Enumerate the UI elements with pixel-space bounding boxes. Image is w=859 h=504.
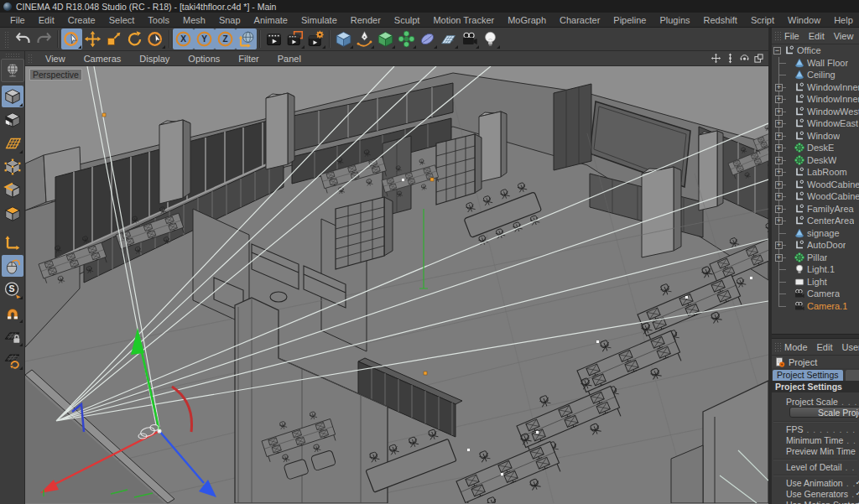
field-use-motion-system[interactable]: Use Motion System. . . . . . . . . . . .… <box>772 499 859 504</box>
expand-toggle[interactable]: + <box>775 193 783 200</box>
menu-window[interactable]: Window <box>781 15 827 25</box>
tree-item-light-1[interactable]: Light.1 <box>772 263 859 276</box>
viewport-maximize-button[interactable] <box>752 53 765 65</box>
field-fps[interactable]: FPS. . . . . . . . . . . . . . . . . . . <box>772 423 859 434</box>
world-coordinates-button[interactable] <box>1 59 24 82</box>
expand-toggle[interactable]: + <box>775 217 783 225</box>
scale-project-button[interactable]: Scale Project <box>789 407 859 418</box>
add-deformer-button[interactable] <box>417 29 438 49</box>
object-manager-menu-view[interactable]: View <box>834 31 854 41</box>
menu-motion-tracker[interactable]: Motion Tracker <box>426 15 501 25</box>
viewport-menu-panel[interactable]: Panel <box>268 54 310 64</box>
last-used-tool-button[interactable] <box>145 29 166 49</box>
menu-simulate[interactable]: Simulate <box>294 15 344 25</box>
tree-item-deske[interactable]: +DeskE <box>772 142 859 154</box>
field-use-generators[interactable]: Use Generators. . . . . . . . . . . . . … <box>772 488 859 499</box>
scale-button[interactable] <box>103 29 124 49</box>
workplane-mode-button[interactable] <box>2 349 23 371</box>
field-checkbox[interactable]: ✓ <box>855 489 859 497</box>
tree-item-camera[interactable]: Camera <box>772 288 859 300</box>
menu-render[interactable]: Render <box>344 15 388 25</box>
render-picture-viewer-button[interactable] <box>284 29 305 49</box>
tree-item-familyarea[interactable]: +FamilyArea <box>772 203 859 216</box>
tree-item-office[interactable]: −Office <box>772 44 859 57</box>
object-manager-menu-file[interactable]: File <box>784 31 799 41</box>
viewport-menu-display[interactable]: Display <box>130 54 179 64</box>
expand-toggle[interactable]: + <box>775 108 783 116</box>
field-project-scale[interactable]: Project Scale. . . . . . . . . . . . . .… <box>772 396 859 407</box>
tree-item-windowinnerwest[interactable]: +WindowInnerWest <box>772 81 859 94</box>
field-preview-min-time[interactable]: Preview Min Time. . . . . . . . . . . . … <box>772 445 859 456</box>
menu-select[interactable]: Select <box>102 15 142 25</box>
viewport-grip[interactable] <box>28 54 34 64</box>
undo-button[interactable] <box>13 29 34 49</box>
redo-button[interactable] <box>34 29 55 49</box>
add-floor-button[interactable] <box>438 29 459 49</box>
tree-item-labroom[interactable]: +LabRoom <box>772 166 859 179</box>
menu-redshift[interactable]: Redshift <box>697 15 744 25</box>
tree-item-windowwest[interactable]: +WindowWest <box>772 106 859 118</box>
tree-item-woodcabinete[interactable]: +WoodCabinetE <box>772 190 859 203</box>
expand-toggle[interactable]: + <box>775 254 783 262</box>
menu-animate[interactable]: Animate <box>247 15 294 25</box>
expand-toggle[interactable]: + <box>775 144 783 152</box>
menu-tools[interactable]: Tools <box>141 15 176 25</box>
tree-item-camera-1[interactable]: Camera.1 <box>772 300 859 313</box>
lock-axis-y-button[interactable] <box>194 29 215 49</box>
viewport-zoom-button[interactable] <box>724 53 737 65</box>
mode-edges-button[interactable] <box>2 179 23 201</box>
tree-item-signage[interactable]: signage <box>772 227 859 240</box>
viewport-menu-filter[interactable]: Filter <box>229 54 268 64</box>
expand-toggle[interactable]: + <box>775 205 783 213</box>
menu-create[interactable]: Create <box>61 15 102 25</box>
mode-texture-button[interactable] <box>2 109 23 131</box>
move-button[interactable] <box>82 29 103 49</box>
add-array-button[interactable] <box>396 29 417 49</box>
tree-item-pillar[interactable]: +Pillar <box>772 252 859 264</box>
menu-plugins[interactable]: Plugins <box>653 15 696 25</box>
expand-toggle[interactable]: + <box>775 96 783 103</box>
tab-project-settings[interactable]: Project Settings <box>773 370 843 381</box>
tree-item-autodoor[interactable]: +AutoDoor <box>772 239 859 252</box>
tree-item-light[interactable]: Light <box>772 276 859 288</box>
tab-next-partial[interactable] <box>846 370 859 381</box>
tree-item-centerarea[interactable]: +CenterArea <box>772 215 859 227</box>
field-level-of-detail[interactable]: Level of Detail. . . . . . . . . . . . .… <box>772 461 859 472</box>
expand-toggle[interactable]: + <box>775 120 783 127</box>
collapse-toggle[interactable]: − <box>773 47 781 55</box>
add-spline-button[interactable] <box>354 29 375 49</box>
expand-toggle[interactable]: + <box>775 132 783 140</box>
viewport-tweak-button[interactable] <box>2 255 23 277</box>
viewport-menu-cameras[interactable]: Cameras <box>75 54 131 64</box>
tree-item-windowinnereast[interactable]: +WindowInnerEast <box>772 93 859 106</box>
add-light-button[interactable] <box>480 29 501 49</box>
mode-object-axis-button[interactable] <box>2 231 23 253</box>
mode-polygons-button[interactable] <box>2 203 23 225</box>
viewport[interactable]: ViewCamerasDisplayOptionsFilterPanel Per… <box>25 51 768 504</box>
mode-model-button[interactable] <box>2 86 23 107</box>
lock-axis-x-button[interactable] <box>173 29 194 49</box>
viewport-menu-options[interactable]: Options <box>179 54 229 64</box>
object-manager-menu-edit[interactable]: Edit <box>809 31 825 41</box>
tree-item-deskw[interactable]: +DeskW <box>772 154 859 167</box>
field-use-animation[interactable]: Use Animation. . . . . . . . . . . . . .… <box>772 477 859 488</box>
menu-character[interactable]: Character <box>553 15 607 25</box>
render-settings-button[interactable] <box>305 29 326 49</box>
viewport-pan-button[interactable] <box>710 53 722 65</box>
menu-sculpt[interactable]: Sculpt <box>388 15 427 25</box>
add-subdivision-surface-button[interactable] <box>375 29 396 49</box>
viewport-menu-view[interactable]: View <box>36 54 75 64</box>
render-view-button[interactable] <box>263 29 284 49</box>
tree-item-wall-floor[interactable]: Wall Floor <box>772 57 859 70</box>
expand-toggle[interactable]: + <box>775 181 783 189</box>
tree-item-woodcabinetw[interactable]: +WoodCabinetW <box>772 179 859 191</box>
menu-mograph[interactable]: MoGraph <box>501 15 553 25</box>
live-selection-button[interactable] <box>61 29 82 49</box>
add-cube-button[interactable] <box>333 29 354 49</box>
workplane-lock-button[interactable] <box>2 325 23 347</box>
menu-mesh[interactable]: Mesh <box>176 15 212 25</box>
field-minimum-time[interactable]: Minimum Time. . . . . . . . . . . . . . … <box>772 434 859 445</box>
tree-item-ceiling[interactable]: Ceiling <box>772 69 859 81</box>
mode-points-button[interactable] <box>2 156 23 178</box>
field-checkbox[interactable]: ✓ <box>855 478 859 486</box>
